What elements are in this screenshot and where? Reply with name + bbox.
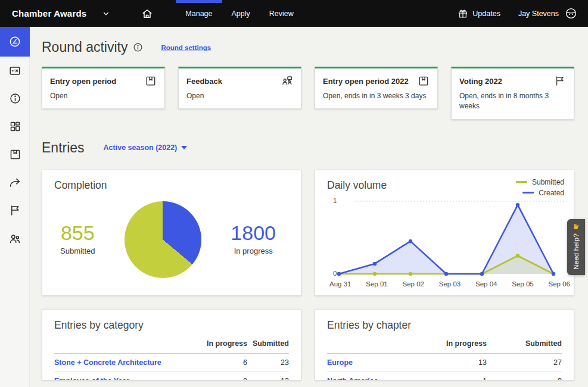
user-name: Jay Stevens [518,10,559,18]
entries-by-chapter-title: Entries by chapter [327,319,562,332]
table-row: Stone + Concrete Architecture 6 23 [54,354,289,372]
page-title: Round activity [42,39,127,55]
updates-label: Updates [472,10,500,18]
home-icon [141,8,153,20]
daily-volume-svg [333,196,568,280]
completion-panel: Completion 855 Submitted 1800 In progres… [42,170,301,296]
cell-in-progress: 6 [191,358,247,367]
tab-manage[interactable]: Manage [176,0,222,27]
user-menu[interactable]: Jay Stevens [518,7,577,20]
daily-volume-panel: Daily volume Submitted Created 1 0 [315,170,574,296]
need-help-tab[interactable]: Need help? [567,219,585,275]
feedback-users-icon [281,75,293,87]
flag-icon [554,75,566,87]
table-row: North America 1 9 [327,372,562,380]
column-header-in-progress: In progress [191,339,247,348]
entries-header: Entries Active season (2022) [42,140,574,156]
legend-label: Submitted [532,178,564,186]
submitted-legend-swatch [516,181,527,183]
card-title: Entry open period 2022 [323,75,409,86]
sidebar-item-voting[interactable] [0,196,30,224]
x-tick: Sep 01 [366,280,387,288]
card-title: Voting 2022 [459,75,502,86]
column-header-submitted: Submitted [247,339,289,348]
x-tick: Sep 05 [512,280,533,288]
table-header: In progress Submitted [327,339,562,354]
legend-item-submitted[interactable]: Submitted [516,178,564,186]
table-header: In progress Submitted [54,339,289,354]
x-tick: Sep 03 [439,280,461,288]
avatar-icon [565,7,577,20]
entries-title: Entries [42,140,85,156]
promote-arrow-icon [8,176,21,189]
brand-switcher[interactable]: Chamber Awards [0,8,110,18]
round-settings-link[interactable]: Round settings [161,44,211,51]
cell-in-progress: 13 [430,358,487,367]
entries-bookmark-icon [9,148,21,161]
column-header-in-progress: In progress [430,339,487,348]
chevron-down-icon[interactable] [102,10,110,18]
submitted-value: 855 [60,221,95,245]
card-status: Open [50,91,157,101]
card-title: Feedback [186,75,222,86]
sidebar-item-map[interactable] [0,57,30,85]
column-header-submitted: Submitted [487,339,562,348]
x-tick: Sep 02 [403,280,424,288]
top-navbar: Chamber Awards Manage Apply Review Updat… [0,0,588,27]
updates-button[interactable]: Updates [458,9,500,18]
category-link[interactable]: Employee of the Year [54,377,191,380]
completion-title: Completion [42,170,301,192]
daily-volume-chart [333,196,567,280]
season-selector-label: Active season (2022) [104,143,178,152]
gift-icon [458,9,468,18]
round-card-feedback[interactable]: Feedback Open [178,67,301,109]
topbar-right: Updates Jay Stevens [458,7,588,20]
primary-nav: Manage Apply Review [176,0,303,27]
legend-label: Created [539,189,564,197]
cell-submitted: 27 [487,358,562,367]
round-cards-row: Entry open period Open Feedback Open [42,67,574,120]
in-progress-value: 1800 [231,221,276,245]
wave-hand-icon [573,223,580,230]
cell-in-progress: 8 [191,377,247,380]
charts-row: Completion 855 Submitted 1800 In progres… [42,170,574,296]
round-card-entry-open-period-2022[interactable]: Entry open period 2022 Open, ends in in … [315,67,438,109]
legend-item-created[interactable]: Created [516,189,564,197]
card-status: Open, ends in in 8 months 3 weeks [459,91,566,112]
sidebar-item-promote[interactable] [0,168,30,196]
home-button[interactable] [135,0,159,27]
tables-row: Entries by category In progress Submitte… [42,309,574,380]
round-card-voting-2022[interactable]: Voting 2022 Open, ends in in 8 months 3 … [451,67,574,120]
rounds-clock-icon [8,35,21,48]
sidebar-item-dashboard[interactable] [0,113,30,141]
map-icon [8,64,21,77]
cell-submitted: 23 [247,358,289,367]
completion-pie-chart [125,201,201,278]
info-icon [9,92,21,105]
cell-in-progress: 1 [430,377,487,380]
chapter-link[interactable]: Europe [327,358,430,367]
submitted-stat: 855 Submitted [60,221,95,255]
tab-apply[interactable]: Apply [222,0,260,27]
bookmark-icon [418,75,430,87]
sidebar-item-entries[interactable] [0,141,30,168]
submitted-label: Submitted [60,246,95,255]
info-circle-icon[interactable] [133,42,143,52]
sidebar [0,27,30,387]
bookmark-icon [145,75,157,87]
sidebar-item-rounds[interactable] [0,27,30,57]
sidebar-item-info[interactable] [0,85,30,113]
sidebar-item-users[interactable] [0,224,30,252]
dashboard-icon [9,120,21,133]
x-tick: Aug 31 [329,280,351,288]
in-progress-stat: 1800 In progress [231,221,276,255]
table-row: Europe 13 27 [327,354,562,372]
season-selector[interactable]: Active season (2022) [104,143,188,152]
entries-by-category-title: Entries by category [54,319,289,332]
tab-review[interactable]: Review [260,0,303,27]
category-link[interactable]: Stone + Concrete Architecture [54,358,191,367]
round-card-entry-open-period[interactable]: Entry open period Open [42,67,165,109]
in-progress-label: In progress [231,246,276,255]
round-activity-header: Round activity Round settings [42,39,574,55]
chapter-link[interactable]: North America [327,377,430,380]
